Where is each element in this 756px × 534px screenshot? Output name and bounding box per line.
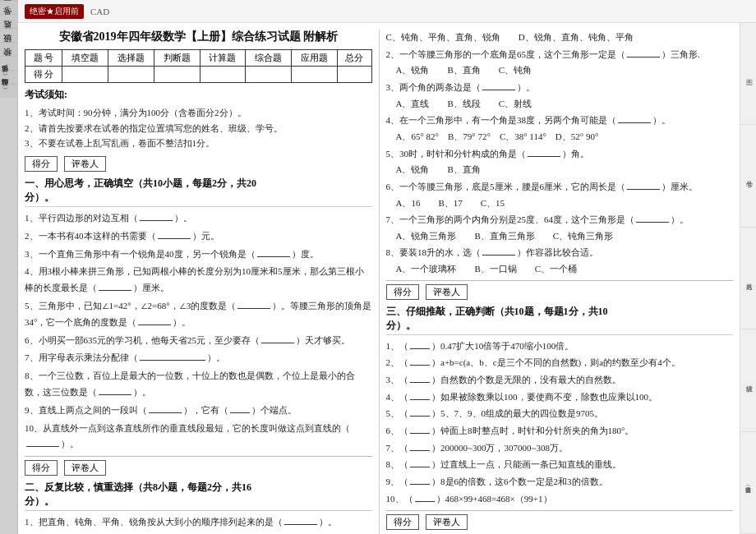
doc-title: 安徽省2019年四年级数学【上册】综合练习试题 附解析 xyxy=(25,30,372,44)
score-box-4: 得分 xyxy=(386,514,419,530)
left-tab-6[interactable]: 街道（乡镇） xyxy=(0,70,18,84)
rc-q2-7: 7、一个三角形的两个内角分别是25度、64度，这个三角形是（）。 xyxy=(386,212,734,228)
score-header-comp: 综合题 xyxy=(246,50,292,67)
rc-q2-8-opts: A、一个玻璃杯 B、一口锅 C、一个桶 xyxy=(386,262,734,277)
q1-9: 9、直线上两点之间的一段叫（），它有（）个端点。 xyxy=(25,403,372,419)
part3-heading: 三、仔细推敲，正确判断（共10题，每题1分，共10分）。 xyxy=(386,305,734,335)
top-bar: 绝密★启用前 CAD xyxy=(18,0,756,23)
rc-q2-6-opts: A、16 B、17 C、15 xyxy=(386,196,734,211)
rc-q2-2: 2、一个等腰三角形的一个底角是65度，这个三角形一定是（）三角形. xyxy=(386,47,734,62)
rc-q3-2: 2、（）a+b=c(a、b、c是三个不同的自然数)，则a的约数至少有4个。 xyxy=(386,355,734,371)
left-tab-7[interactable]: 邮编（邮编） xyxy=(0,84,18,98)
rc-q2-2-opts: A、锐角 B、直角 C、钝角 xyxy=(386,63,734,78)
q1-1: 1、平行四边形的对边互相（）。 xyxy=(25,210,372,227)
grader-row-3: 得分 评卷人 xyxy=(386,284,734,300)
main-content: 安徽省2019年四年级数学【上册】综合练习试题 附解析 题 号 填空题 选择题 … xyxy=(18,23,756,534)
rc-q2-c: C、钝角、平角、直角、锐角 D、锐角、直角、钝角、平角 xyxy=(386,30,734,45)
grader-box-1: 评卷人 xyxy=(64,156,106,172)
q1-4: 4、用3根小棒来拼三角形，已知两根小棒的长度分别为10厘米和5厘米，那么第三根小… xyxy=(25,264,372,297)
page-container: 图 学号 姓名 班级 学校 街道（乡镇） 邮编（邮编） 绝密★启用前 CAD 安… xyxy=(0,0,756,534)
secret-tag: 绝密★启用前 xyxy=(25,4,84,19)
score-box-3: 得分 xyxy=(386,284,419,300)
right-panel: 绝密★启用前 CAD 安徽省2019年四年级数学【上册】综合练习试题 附解析 题… xyxy=(18,0,756,534)
right-tab-1[interactable]: 图 xyxy=(740,23,756,125)
right-side-tabs: 图 学号 姓名 班级 街道（乡镇） xyxy=(740,23,756,534)
rc-q2-6: 6、一个等腰三角形，底是5厘米，腰是6厘米，它的周长是（）厘米。 xyxy=(386,179,734,195)
rc-q2-7-opts: A、锐角三角形 B、直角三角形 C、钝角三角形 xyxy=(386,229,734,244)
score-header-choice: 选择题 xyxy=(108,50,154,67)
q2-1: 1、把直角、钝角、平角、锐角按从大到小的顺序排列起来的是（）。 xyxy=(25,514,372,531)
rc-q2-5: 5、30时，时针和分针构成的角是（）角。 xyxy=(386,146,734,162)
rc-q2-4-opts: A、65° 82° B、79° 72° C、38° 114° D、52° 90° xyxy=(386,130,734,145)
part1-heading: 一、用心思考，正确填空（共10小题，每题2分，共20分）。 xyxy=(25,177,372,207)
score-choice xyxy=(108,67,154,83)
score-row-label: 得 分 xyxy=(25,67,62,83)
score-judge xyxy=(154,67,200,83)
rc-q3-8: 8、（）过直线上一点，只能画一条已知直线的垂线。 xyxy=(386,457,734,472)
grader-row-4: 得分 评卷人 xyxy=(386,514,734,530)
score-fill xyxy=(62,67,108,83)
rc-q3-10: 10、（）468×99+468=468×（99+1） xyxy=(386,491,734,507)
rc-q3-9: 9、（）8是6的倍数，这6个数一定是2和3的倍数。 xyxy=(386,474,734,490)
left-tab-4[interactable]: 班级 xyxy=(0,42,18,56)
rc-q3-5: 5、（）5、7、9、0组成的最大的四位数是9705。 xyxy=(386,406,734,421)
rc-q2-4: 4、在一个三角形中，有一个角是38度，另两个角可能是（）。 xyxy=(386,113,734,128)
score-total xyxy=(338,67,371,83)
score-header-total: 总分 xyxy=(338,50,371,67)
left-tab-1[interactable]: 图 xyxy=(0,0,18,14)
notes-title: 考试须知: xyxy=(25,88,372,102)
grader-box-3: 评卷人 xyxy=(426,284,468,300)
score-box-2: 得分 xyxy=(25,460,58,476)
score-box-1: 得分 xyxy=(25,156,58,172)
right-column: C、钝角、平角、直角、锐角 D、锐角、直角、钝角、平角 2、一个等腰三角形的一个… xyxy=(379,30,734,534)
rc-q2-5-opts: A、锐角 B、直角 xyxy=(386,163,734,177)
score-table: 题 号 填空题 选择题 判断题 计算题 综合题 应用题 总分 得 分 xyxy=(25,49,372,83)
q1-7: 7、用字母表示乘法分配律（）。 xyxy=(25,350,372,366)
notes-list: 1、考试时间：90分钟，满分为100分（含卷面分2分）。 2、请首先按要求在试卷… xyxy=(25,105,372,151)
q1-10: 10、从直线外一点到这条直线所作的垂直线段最短，它的长度叫做这点到直线的（）。 xyxy=(25,421,372,453)
left-tab-5[interactable]: 学校 xyxy=(0,56,18,70)
grader-box-4: 评卷人 xyxy=(426,514,468,530)
grader-box-2: 评卷人 xyxy=(64,460,106,476)
rc-q3-1: 1、（）0.47扩大10倍等于470缩小100倍。 xyxy=(386,338,734,354)
score-comp xyxy=(246,67,292,83)
q1-3: 3、一个直角三角形中有一个锐角是40度，另一个锐角是（）度。 xyxy=(25,246,372,263)
score-header-calc: 计算题 xyxy=(200,50,246,67)
grader-row-2: 得分 评卷人 xyxy=(25,460,372,476)
rc-q3-4: 4、（）如果被除数乘以100，要使商不变，除数也应乘以100。 xyxy=(386,389,734,405)
rc-q2-8: 8、要装18升的水，选（）作容器比较合适。 xyxy=(386,245,734,260)
cad-label: CAD xyxy=(90,7,109,16)
left-tab-2[interactable]: 学号 xyxy=(0,14,18,28)
q1-5: 5、三角形中，已知∠1=42°，∠2=68°，∠3的度数是（）。等腰三角形的顶角… xyxy=(25,298,372,331)
right-tab-4[interactable]: 班级 xyxy=(740,329,756,431)
rc-q3-7: 7、（）200000~300万，307000~308万。 xyxy=(386,440,734,456)
q1-2: 2、一本书有40本这样的书需要（）元。 xyxy=(25,228,372,245)
note-2: 2、请首先按要求在试卷的指定位置填写您的姓名、班级、学号。 xyxy=(25,121,372,136)
part2-heading: 二、反复比较，慎重选择（共8小题，每题2分，共16分）。 xyxy=(25,481,372,511)
left-tab-3[interactable]: 姓名 xyxy=(0,28,18,42)
q1-6: 6、小明买一部635元的学习机，他每天省25元，至少要存（）天才够买。 xyxy=(25,333,372,349)
document-area[interactable]: 安徽省2019年四年级数学【上册】综合练习试题 附解析 题 号 填空题 选择题 … xyxy=(18,23,740,534)
rc-q3-3: 3、（）自然数的个数是无限的，没有最大的自然数。 xyxy=(386,372,734,388)
note-1: 1、考试时间：90分钟，满分为100分（含卷面分2分）。 xyxy=(25,105,372,121)
doc-inner: 安徽省2019年四年级数学【上册】综合练习试题 附解析 题 号 填空题 选择题 … xyxy=(18,23,740,534)
rc-q2-3-opts: A、直线 B、线段 C、射线 xyxy=(386,97,734,112)
right-tab-5[interactable]: 街道（乡镇） xyxy=(740,432,756,534)
score-apply xyxy=(292,67,338,83)
score-header-apply: 应用题 xyxy=(292,50,338,67)
left-tabs: 图 学号 姓名 班级 学校 街道（乡镇） 邮编（邮编） xyxy=(0,0,18,534)
rc-q3-6: 6、（）钟面上8时整点时，时针和分针所夹的角为180°。 xyxy=(386,423,734,439)
left-column: 安徽省2019年四年级数学【上册】综合练习试题 附解析 题 号 填空题 选择题 … xyxy=(25,30,372,534)
score-header-fill: 填空题 xyxy=(62,50,108,67)
right-tab-3[interactable]: 姓名 xyxy=(740,228,756,329)
right-tab-2[interactable]: 学号 xyxy=(740,125,756,227)
score-calc xyxy=(200,67,246,83)
rc-q2-3: 3、两个角的两条边是（）。 xyxy=(386,80,734,95)
score-header-label: 题 号 xyxy=(25,50,62,67)
q1-8: 8、一个三位数，百位上是最大的一位数，十位上的数也是偶数，个位上是最小的合数，这… xyxy=(25,368,372,401)
grader-row-1: 得分 评卷人 xyxy=(25,156,372,172)
score-header-judge: 判断题 xyxy=(154,50,200,67)
note-3: 3、不要在试卷上乱写乱画，卷面不整洁扣1分。 xyxy=(25,136,372,151)
